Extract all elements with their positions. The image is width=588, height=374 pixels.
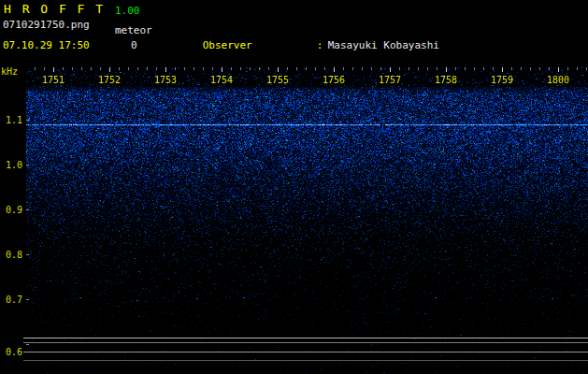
echo-count: 0 xyxy=(131,39,137,51)
info-label: Observer xyxy=(203,39,317,51)
level-graph-line xyxy=(23,360,588,361)
output-filename: 0710291750.png xyxy=(3,19,90,31)
time-tick-label: 1757 xyxy=(377,75,403,85)
time-tick-label: 1759 xyxy=(489,75,515,85)
time-tick-label: 1754 xyxy=(208,75,235,85)
freq-axis-unit: kHz xyxy=(1,66,18,77)
time-tick-label: 1751 xyxy=(40,75,66,85)
freq-tick-label: 0.8 xyxy=(2,250,22,260)
datetime-label: 07.10.29 17:50 xyxy=(3,39,90,51)
freq-tick-label: 1.0 xyxy=(2,160,22,170)
hrofft-window: H R O F F T 1.00 0710291750.png meteor 0… xyxy=(0,0,588,374)
time-tick-label: 1756 xyxy=(321,75,347,85)
spectrogram-canvas xyxy=(26,67,588,374)
freq-tick-label: 1.1 xyxy=(2,115,22,125)
level-graph-line xyxy=(23,338,588,338)
time-tick-label: 1755 xyxy=(265,75,291,85)
info-separator: : xyxy=(317,39,328,51)
info-row-observer: Observer:Masayuki Kobayashi xyxy=(165,27,588,64)
app-version: 1.00 xyxy=(115,5,140,17)
time-tick-label: 1752 xyxy=(96,75,122,85)
freq-tick-label: 0.9 xyxy=(2,205,22,215)
time-tick-label: 1758 xyxy=(433,75,459,85)
level-graph-line xyxy=(23,342,588,343)
info-value: Masayuki Kobayashi xyxy=(328,39,439,51)
time-tick-label: 1753 xyxy=(152,75,179,85)
level-graph-line xyxy=(23,352,588,352)
time-tick-label: 1800 xyxy=(545,75,571,85)
freq-tick-label: 0.6 xyxy=(2,347,22,357)
mode-label: meteor xyxy=(115,24,152,36)
freq-tick-label: 0.7 xyxy=(2,295,22,305)
app-title: H R O F F T xyxy=(4,3,105,16)
